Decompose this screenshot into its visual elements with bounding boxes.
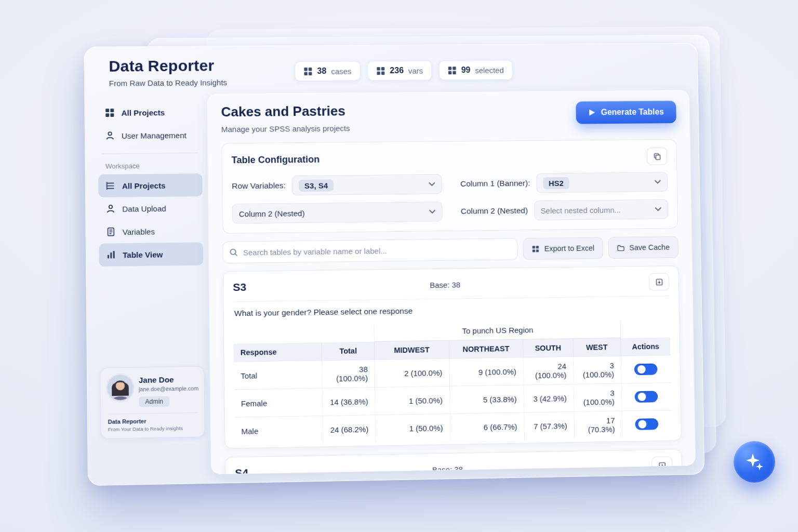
projects-icon — [105, 181, 115, 191]
stat-value: 38 — [317, 66, 326, 76]
project-title: Cakes and Pastries — [221, 103, 350, 120]
user-icon — [105, 131, 114, 140]
copy-icon — [653, 152, 661, 160]
app-header: Data Reporter From Raw Data to Ready Ins… — [84, 44, 697, 91]
sidebar-item-variables[interactable]: Variables — [99, 219, 203, 244]
copy-config-button[interactable] — [647, 148, 668, 165]
row-toggle[interactable] — [635, 391, 658, 403]
column2-nested-select[interactable]: Select nested column... — [534, 200, 669, 221]
row-toggle[interactable] — [634, 364, 658, 376]
stat-cases: 38 cases — [295, 61, 361, 81]
main-panel: Cakes and Pastries Manage your SPSS anal… — [207, 90, 696, 475]
grid-icon — [105, 108, 114, 117]
col-header-west: WEST — [573, 338, 621, 356]
cell-total: 24 (68.2%) — [323, 415, 376, 444]
col-header-actions: Actions — [620, 337, 670, 356]
search-icon — [229, 248, 237, 257]
ai-assistant-button[interactable] — [734, 441, 775, 483]
avatar-image — [108, 375, 133, 400]
avatar — [108, 375, 133, 400]
table-export-button[interactable] — [649, 273, 670, 290]
footer-app-name: Data Reporter — [108, 417, 198, 425]
search-input[interactable] — [222, 238, 518, 263]
project-titles: Cakes and Pastries Manage your SPSS anal… — [221, 103, 350, 134]
table-configuration-card: Table Configuration Row Variables: S3, S… — [221, 139, 678, 234]
save-cache-button[interactable]: Save Cache — [608, 236, 679, 259]
table-grid-icon — [532, 245, 540, 252]
table-card-header: S4 Base: 38 — [235, 456, 672, 474]
col-header-south: SOUTH — [523, 339, 573, 357]
cell-northeast: 5 (33.8%) — [449, 385, 524, 414]
cell-west: 17 (70.3%) — [574, 411, 622, 439]
sidebar-item-all-projects[interactable]: All Projects — [98, 174, 203, 197]
crosstab-table: To punch US Region Response Total MIDWES… — [233, 319, 672, 445]
sidebar: All Projects User Management Workspace A… — [95, 93, 211, 485]
export-to-excel-label: Export to Excel — [544, 244, 595, 253]
row-label: Male — [234, 416, 323, 445]
table-card-header: S3 Base: 38 — [233, 273, 670, 302]
save-cache-label: Save Cache — [629, 243, 670, 252]
table-export-button[interactable] — [651, 456, 672, 474]
stat-selected: 99 selected — [439, 60, 513, 81]
column2-placeholder: Select nested column... — [541, 205, 621, 215]
cell-northeast: 6 (66.7%) — [450, 413, 524, 441]
role-badge: Admin — [139, 396, 169, 407]
workspace-section-label: Workspace — [105, 162, 202, 170]
stat-label: selected — [475, 65, 504, 74]
column1-banner-field: Column 1 (Banner): HS2 — [460, 172, 668, 194]
column1-banner-label: Column 1 (Banner): — [460, 179, 530, 189]
search-toolbar: Export to Excel Save Cache — [222, 236, 679, 263]
sidebar-item-all-projects-top[interactable]: All Projects — [98, 101, 202, 125]
user-profile-card[interactable]: Jane Doe jane.doe@example.com Admin Data… — [100, 366, 205, 439]
footer-tagline: From Your Data to Ready insights — [108, 425, 198, 432]
user-info: Jane Doe jane.doe@example.com Admin — [139, 374, 199, 409]
cell-west: 3 (100.0%) — [573, 356, 621, 384]
project-subtitle: Manage your SPSS analysis projects — [221, 124, 350, 134]
cell-midwest: 1 (50.0%) — [375, 414, 450, 442]
row-label: Female — [234, 388, 323, 417]
sparkle-icon — [743, 450, 766, 473]
config-title: Table Configuration — [232, 154, 320, 166]
table-base: Base: 38 — [432, 464, 463, 474]
sidebar-item-label: Table View — [123, 250, 163, 259]
row-variables-value-chip: S3, S4 — [299, 179, 334, 192]
user-name: Jane Doe — [139, 375, 198, 384]
grid-icon — [303, 67, 312, 76]
folder-icon — [617, 244, 624, 251]
col-header-northeast: NORTHEAST — [449, 339, 523, 358]
column1-value-chip: HS2 — [543, 177, 569, 189]
stat-label: vars — [408, 66, 423, 75]
column1-banner-select[interactable]: HS2 — [536, 172, 668, 193]
sidebar-item-label: User Management — [122, 130, 187, 140]
sidebar-item-table-view[interactable]: Table View — [99, 242, 203, 267]
sidebar-item-data-upload[interactable]: Data Upload — [98, 196, 203, 220]
row-variables-select[interactable]: S3, S4 — [292, 174, 442, 195]
app-window: Data Reporter From Raw Data to Ready Ins… — [84, 43, 704, 486]
cell-midwest: 2 (100.0%) — [375, 358, 449, 387]
user-email: jane.doe@example.com — [139, 385, 198, 392]
banner-spacer — [620, 319, 670, 338]
export-to-excel-button[interactable]: Export to Excel — [523, 237, 604, 260]
column2-nested-select-left[interactable]: Column 2 (Nested) — [232, 202, 443, 223]
column2-select-text: Column 2 (Nested) — [239, 208, 305, 218]
user-row: Jane Doe jane.doe@example.com Admin — [108, 374, 197, 409]
cell-south: 24 (100.0%) — [523, 357, 574, 385]
sidebar-item-label: Variables — [123, 227, 155, 236]
app-window-stack: Data Reporter From Raw Data to Ready Ins… — [84, 43, 704, 486]
table-id: S4 — [235, 467, 248, 474]
stat-value: 236 — [390, 66, 404, 75]
table-base: Base: 38 — [430, 280, 460, 289]
cell-northeast: 9 (100.0%) — [449, 357, 523, 386]
app-body: All Projects User Management Workspace A… — [85, 87, 704, 486]
table-question: What is your gender? Please select one r… — [234, 303, 669, 318]
row-toggle[interactable] — [635, 418, 659, 430]
sidebar-item-user-management[interactable]: User Management — [98, 124, 202, 148]
desktop-background: Data Reporter From Raw Data to Ready Ins… — [0, 0, 798, 532]
sidebar-footer: Data Reporter From Your Data to Ready in… — [108, 413, 198, 432]
sidebar-item-label: All Projects — [121, 108, 165, 117]
search-box — [222, 238, 518, 263]
play-icon — [588, 109, 595, 116]
column2-nested-field-left: Column 2 (Nested) — [232, 202, 443, 223]
banner-spacer — [233, 323, 375, 344]
generate-tables-button[interactable]: Generate Tables — [576, 101, 676, 124]
